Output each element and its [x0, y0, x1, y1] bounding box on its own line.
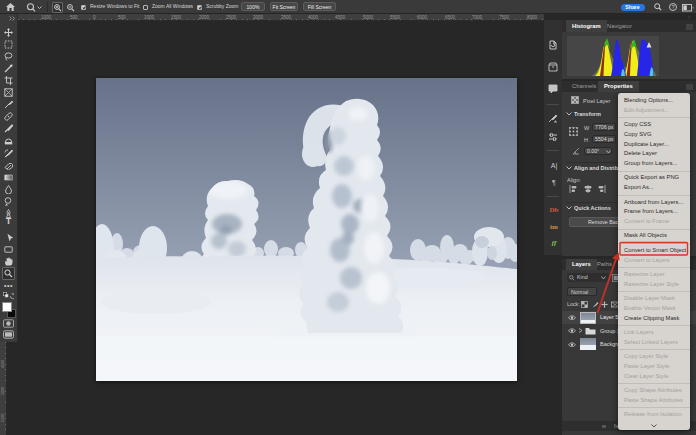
svg-text:?: ? — [671, 4, 674, 10]
